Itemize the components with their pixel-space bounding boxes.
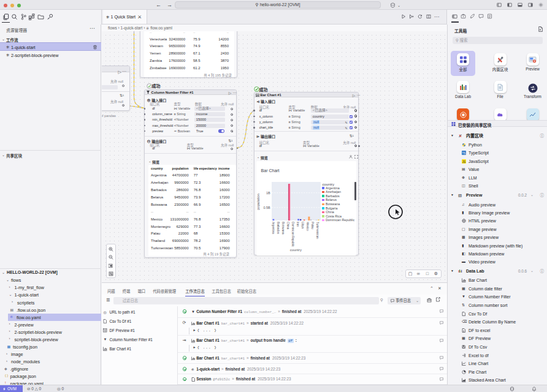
svg-text:TS: TS <box>462 152 466 155</box>
svg-text:JS: JS <box>462 160 465 163</box>
